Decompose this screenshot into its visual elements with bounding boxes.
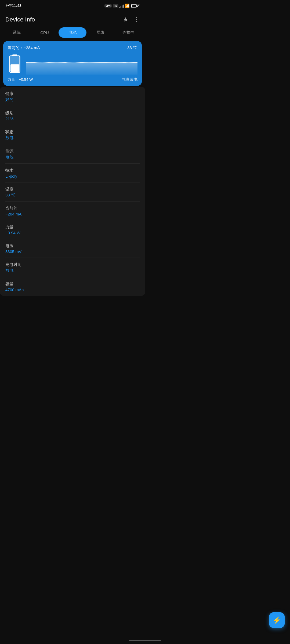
tab-system[interactable]: 系统 [3, 27, 31, 38]
info-value: 放电 [5, 135, 140, 140]
tab-battery[interactable]: 电池 [59, 27, 86, 38]
status-bar: 上午11:43 VPN HD 📶 21 [0, 0, 145, 11]
header-actions: ★ ⋮ [123, 16, 140, 23]
info-row: 能源电池 [5, 144, 140, 164]
app-title: Device Info [5, 16, 35, 23]
info-label: 状态 [5, 129, 140, 134]
info-value: −284 mA [5, 212, 140, 216]
status-icons: VPN HD 📶 21 [104, 3, 141, 8]
info-label: 电压 [5, 243, 140, 248]
info-label: 力量 [5, 225, 140, 230]
info-row: 力量−0.94 W [5, 220, 140, 239]
info-value: Li-poly [5, 174, 140, 178]
info-value: 电池 [5, 155, 140, 160]
battery-percent: 21 [137, 4, 141, 8]
info-label: 技术 [5, 168, 140, 173]
info-value: 放电 [5, 268, 140, 273]
info-value: −0.94 W [5, 230, 140, 235]
battery-card: 当前的：−284 mA 33 ℃ 力量：−0 [3, 41, 142, 86]
star-button[interactable]: ★ [123, 16, 128, 23]
tab-connectivity[interactable]: 连接性 [114, 27, 142, 38]
battery-temp-label: 33 ℃ [127, 45, 137, 50]
vpn-icon: VPN [104, 4, 112, 8]
battery-power-label: 力量：−0.94 W [8, 77, 33, 82]
info-value: 好的 [5, 97, 140, 102]
battery-fill [131, 5, 132, 7]
info-label: 充电时间 [5, 262, 140, 267]
battery-card-header: 当前的：−284 mA 33 ℃ [8, 45, 137, 50]
tab-network[interactable]: 网络 [86, 27, 114, 38]
info-label: 温度 [5, 187, 140, 192]
info-label: 能源 [5, 149, 140, 154]
info-row: 温度33 ℃ [5, 182, 140, 202]
info-label: 健康 [5, 91, 140, 96]
app-header: Device Info ★ ⋮ [0, 11, 145, 27]
battery-body [131, 4, 137, 8]
info-row: 当前的−284 mA [5, 202, 140, 220]
tab-bar: 系统 CPU 电池 网络 连接性 [0, 27, 145, 41]
info-value: 21% [5, 116, 140, 121]
info-row: 级别21% [5, 106, 140, 125]
info-value: 3305 mV [5, 249, 140, 254]
wifi-icon: 📶 [125, 3, 130, 8]
info-row: 状态放电 [5, 125, 140, 144]
svg-rect-1 [12, 54, 17, 56]
info-row: 电压3305 mV [5, 239, 140, 258]
menu-button[interactable]: ⋮ [134, 16, 140, 23]
status-time: 上午11:43 [4, 3, 21, 8]
info-label: 容量 [5, 281, 140, 287]
battery-current-label: 当前的：−284 mA [8, 45, 40, 50]
svg-rect-2 [10, 64, 19, 72]
info-label: 级别 [5, 111, 140, 116]
info-list: 健康好的级别21%状态放电能源电池技术Li-poly温度33 ℃当前的−284 … [0, 87, 145, 296]
info-row: 技术Li-poly [5, 164, 140, 182]
info-value: 33 ℃ [5, 193, 140, 197]
tab-cpu[interactable]: CPU [31, 28, 59, 38]
info-row: 容量4700 mAh [5, 277, 140, 296]
info-row: 健康好的 [5, 87, 140, 106]
battery-chart [26, 53, 137, 75]
battery-card-footer: 力量：−0.94 W 电池 放电 [8, 77, 137, 82]
battery-icon-large [8, 53, 22, 75]
hd-icon: HD [113, 4, 118, 8]
battery-status-label: 电池 放电 [121, 77, 137, 82]
info-label: 当前的 [5, 206, 140, 211]
signal-bars [119, 4, 124, 8]
battery-indicator: 21 [131, 4, 141, 8]
info-row: 充电时间放电 [5, 258, 140, 277]
info-value: 4700 mAh [5, 287, 140, 292]
battery-chart-area [8, 53, 137, 75]
